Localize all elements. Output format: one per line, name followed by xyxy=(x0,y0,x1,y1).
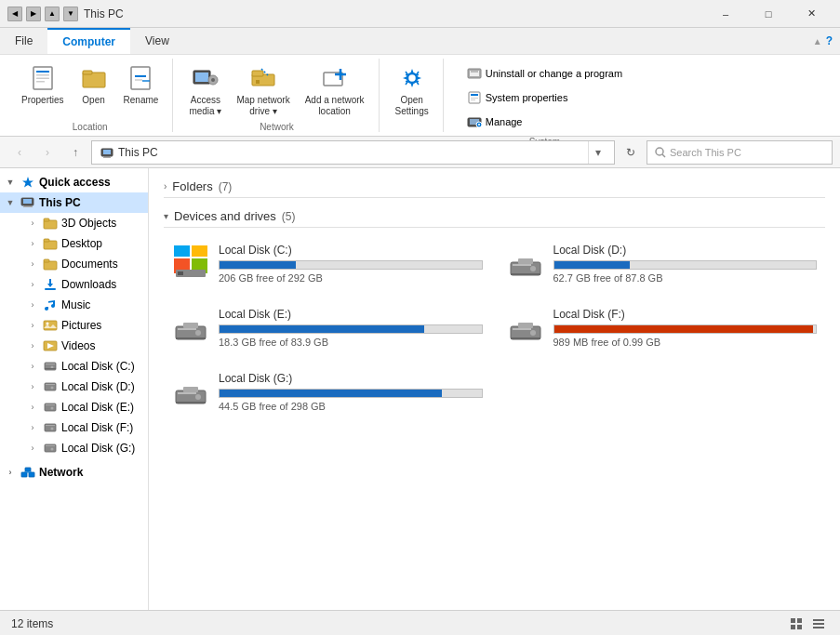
svg-rect-69 xyxy=(46,425,55,426)
maximize-button[interactable]: □ xyxy=(747,0,790,28)
drive-c-bar-fill xyxy=(220,261,296,269)
sidebar-item-local-disk-f[interactable]: › Local Disk (F:) xyxy=(0,417,148,438)
quick-access-expand-icon: ▼ xyxy=(4,176,17,189)
refresh-button[interactable]: ↻ xyxy=(619,140,643,165)
drives-grid: Local Disk (C:) 206 GB free of 292 GB Lo… xyxy=(164,235,825,420)
manage-button[interactable]: Manage xyxy=(460,111,629,133)
svg-rect-27 xyxy=(471,94,478,96)
location-buttons: Properties Open xyxy=(15,59,165,122)
folder-desktop-icon xyxy=(43,236,58,251)
devices-drives-header[interactable]: ▾ Devices and drives (5) xyxy=(164,205,825,228)
network-group-label: Network xyxy=(260,122,294,134)
svg-rect-90 xyxy=(511,273,540,275)
drive-d-name: Local Disk (D:) xyxy=(553,244,818,257)
drive-item-e[interactable]: Local Disk (E:) 18.3 GB free of 83.9 GB xyxy=(164,299,491,356)
up-button[interactable]: ↑ xyxy=(63,140,87,165)
address-box[interactable]: This PC ▾ xyxy=(91,140,615,165)
ribbon-collapse[interactable]: ▲ xyxy=(813,36,822,46)
sidebar-item-pictures[interactable]: › Pictures xyxy=(0,315,148,336)
minimize-button[interactable]: – xyxy=(704,0,747,28)
sys-props-button[interactable]: System properties xyxy=(460,86,629,109)
sidebar-item-local-disk-c[interactable]: › Local Disk (C:) xyxy=(0,356,148,377)
drive-g-info: Local Disk (G:) 44.5 GB free of 298 GB xyxy=(219,372,483,412)
open-settings-button[interactable]: OpenSettings xyxy=(389,59,435,122)
help-icon[interactable]: ? xyxy=(826,34,833,47)
music-expand-icon: › xyxy=(26,298,39,311)
drive-f-bar-fill xyxy=(554,325,814,333)
sidebar-item-desktop[interactable]: › Desktop xyxy=(0,233,148,254)
details-view-button[interactable] xyxy=(808,614,829,634)
svg-rect-111 xyxy=(813,619,824,621)
disk-c-expand-icon: › xyxy=(26,360,39,373)
svg-rect-105 xyxy=(176,402,206,403)
search-box[interactable]: Search This PC xyxy=(647,140,833,165)
forward-button[interactable]: › xyxy=(35,140,60,165)
access-media-button[interactable]: Accessmedia ▾ xyxy=(182,59,228,122)
drive-item-c[interactable]: Local Disk (C:) 206 GB free of 292 GB xyxy=(164,235,491,292)
quick-access-up[interactable]: ▲ xyxy=(45,7,60,21)
folders-section-header[interactable]: › Folders (7) xyxy=(164,176,825,198)
tab-file[interactable]: File xyxy=(0,28,47,54)
sidebar-item-local-disk-e[interactable]: › Local Disk (E:) xyxy=(0,397,148,417)
properties-button[interactable]: Properties xyxy=(15,59,71,122)
quick-access-more[interactable]: ▼ xyxy=(63,7,78,21)
open-button[interactable]: Open xyxy=(73,59,115,122)
sidebar-item-documents[interactable]: › Documents xyxy=(0,254,148,274)
svg-rect-52 xyxy=(45,288,56,290)
drive-c-bar-container xyxy=(219,260,483,270)
rename-button[interactable]: Rename xyxy=(117,59,166,122)
sidebar-item-local-disk-d[interactable]: › Local Disk (D:) xyxy=(0,377,148,397)
svg-rect-45 xyxy=(23,206,33,207)
close-button[interactable]: ✕ xyxy=(790,0,833,28)
svg-rect-103 xyxy=(178,392,196,394)
downloads-expand-icon: › xyxy=(26,278,39,291)
properties-icon xyxy=(28,63,58,93)
drive-g-bar-fill xyxy=(220,390,442,397)
network-label: Network xyxy=(39,466,83,479)
quick-access-back[interactable]: ◀ xyxy=(7,7,22,21)
tab-view[interactable]: View xyxy=(130,28,184,54)
add-network-button[interactable]: Add a networklocation xyxy=(299,59,371,122)
sidebar-item-videos[interactable]: › Videos xyxy=(0,336,148,356)
desktop-expand-icon: › xyxy=(26,237,39,250)
sidebar-item-music[interactable]: › Music xyxy=(0,295,148,315)
sidebar-item-downloads[interactable]: › Downloads xyxy=(0,274,148,295)
drive-g-icon xyxy=(172,372,209,409)
drive-item-g[interactable]: Local Disk (G:) 44.5 GB free of 298 GB xyxy=(164,364,491,420)
address-dropdown-button[interactable]: ▾ xyxy=(588,141,607,164)
tab-computer[interactable]: Computer xyxy=(47,28,130,54)
folders-count: (7) xyxy=(219,180,233,193)
svg-rect-53 xyxy=(44,321,57,330)
uninstall-button[interactable]: Uninstall or change a program xyxy=(460,62,629,85)
quick-access-forward[interactable]: ▶ xyxy=(26,7,41,21)
documents-label: Documents xyxy=(61,258,118,271)
drive-d-free: 62.7 GB free of 87.8 GB xyxy=(553,272,818,284)
sidebar-item-local-disk-g[interactable]: › Local Disk (G:) xyxy=(0,438,148,458)
sidebar-quick-access-header[interactable]: ▼ Quick access xyxy=(0,172,148,192)
properties-label: Properties xyxy=(21,95,64,106)
drive-e-icon xyxy=(172,308,209,345)
svg-marker-41 xyxy=(22,177,33,188)
large-icons-view-button[interactable] xyxy=(786,614,807,634)
folder-3d-icon xyxy=(43,216,58,231)
sidebar-thispc-header[interactable]: ▼ This PC xyxy=(0,192,148,213)
svg-rect-36 xyxy=(103,150,111,154)
drive-e-name: Local Disk (E:) xyxy=(219,308,483,321)
open-settings-buttons: OpenSettings xyxy=(389,59,435,130)
drive-f-free: 989 MB free of 0.99 GB xyxy=(553,337,818,348)
drive-d-bar-fill xyxy=(554,261,631,269)
access-media-label: Accessmedia ▾ xyxy=(189,95,221,117)
svg-rect-113 xyxy=(813,627,824,628)
drive-item-d[interactable]: Local Disk (D:) 62.7 GB free of 87.8 GB xyxy=(499,235,826,292)
window-title: This PC xyxy=(84,7,124,20)
drive-item-f[interactable]: Local Disk (F:) 989 MB free of 0.99 GB xyxy=(499,299,826,356)
map-network-label: Map networkdrive ▾ xyxy=(236,95,289,117)
folders-chevron-icon: › xyxy=(164,181,167,192)
videos-label: Videos xyxy=(61,339,95,352)
sidebar-network-header[interactable]: › Network xyxy=(0,462,148,483)
sidebar-item-3d-objects[interactable]: › 3D Objects xyxy=(0,213,148,233)
back-button[interactable]: ‹ xyxy=(7,140,32,165)
map-network-button[interactable]: Map networkdrive ▾ xyxy=(230,59,296,122)
ribbon-group-system: Uninstall or change a program System pro… xyxy=(446,59,644,132)
thispc-label: This PC xyxy=(39,196,81,209)
